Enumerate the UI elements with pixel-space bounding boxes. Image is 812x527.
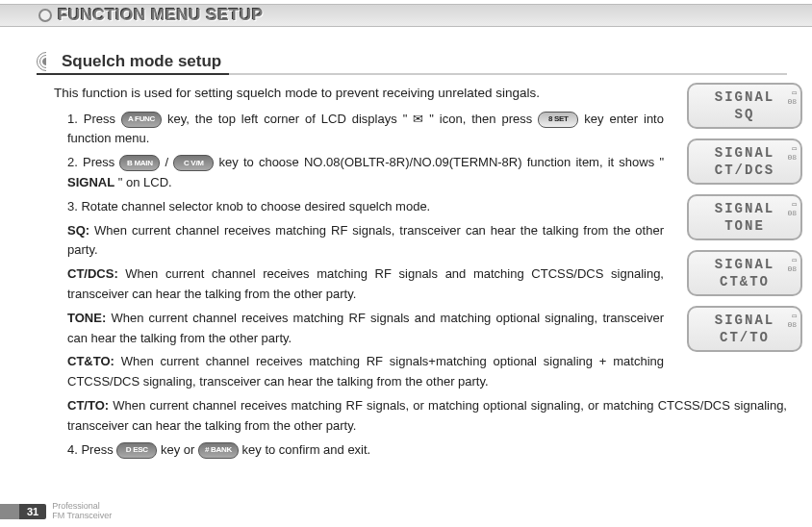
step-2: 2. Press B MAIN / C V/M key to choose NO… xyxy=(54,153,664,193)
title-dot-icon xyxy=(38,9,52,22)
lcd-preview: 08 SIGNAL CT/TO xyxy=(687,306,802,352)
lcd-menu-number: 08 xyxy=(787,200,797,217)
mode-tone: TONE: When current channel receives matc… xyxy=(54,309,664,349)
lcd-preview: 08 SIGNAL CT/DCS xyxy=(687,138,802,185)
lcd-menu-number: 08 xyxy=(787,256,797,273)
func-key-icon: A FUNC xyxy=(121,112,162,128)
footer-tag-2: FM Transceiver xyxy=(52,512,112,521)
page-footer: 31 Professional FM Transceiver xyxy=(0,502,112,521)
lcd-menu-number: 08 xyxy=(787,88,797,106)
mode-ctto: CT&TO: When current channel receives mat… xyxy=(54,352,664,392)
squelch-wave-icon xyxy=(37,52,56,71)
lcd-preview: 08 SIGNAL SQ xyxy=(687,83,802,129)
mode-ct-or-to: CT/TO: When current channel receives mat… xyxy=(54,396,787,437)
lcd-menu-number: 08 xyxy=(787,144,797,162)
intro-text: This function is used for setting squelc… xyxy=(54,83,787,104)
section-title: Squelch mode setup xyxy=(62,52,221,71)
section-heading: Squelch mode setup xyxy=(37,52,812,71)
signal-label: SIGNAL xyxy=(67,175,114,189)
mode-sq: SQ: When current channel receives matchi… xyxy=(54,221,664,262)
lcd-preview: 08 SIGNAL TONE xyxy=(687,194,802,240)
lcd-previews: 08 SIGNAL SQ 08 SIGNAL CT/DCS 08 SIGNAL … xyxy=(687,83,802,352)
step-1: 1. Press A FUNC key, the top left corner… xyxy=(54,110,664,150)
desc-key-icon: D ESC xyxy=(116,442,157,459)
section-underline xyxy=(37,73,787,75)
page-number-tab: 31 xyxy=(0,504,46,519)
hashbank-key-icon: # BANK xyxy=(198,442,239,459)
lcd-menu-number: 08 xyxy=(787,312,797,329)
cvm-key-icon: C V/M xyxy=(173,155,214,171)
step-3: 3. Rotate channel selector knob to choos… xyxy=(54,197,664,217)
envelope-icon: ✉ xyxy=(413,112,423,126)
page-title: FUNCTION MENU SETUP xyxy=(58,5,264,26)
title-bar: FUNCTION MENU SETUP xyxy=(0,4,812,27)
lcd-preview: 08 SIGNAL CT&TO xyxy=(687,250,802,296)
8set-key-icon: 8 SET xyxy=(538,112,578,128)
bmain-key-icon: B MAIN xyxy=(119,155,160,171)
mode-ctdcs: CT/DCS: When current channel receives ma… xyxy=(54,264,664,305)
step-4: 4. Press D ESC key or # BANK key to conf… xyxy=(54,440,787,461)
